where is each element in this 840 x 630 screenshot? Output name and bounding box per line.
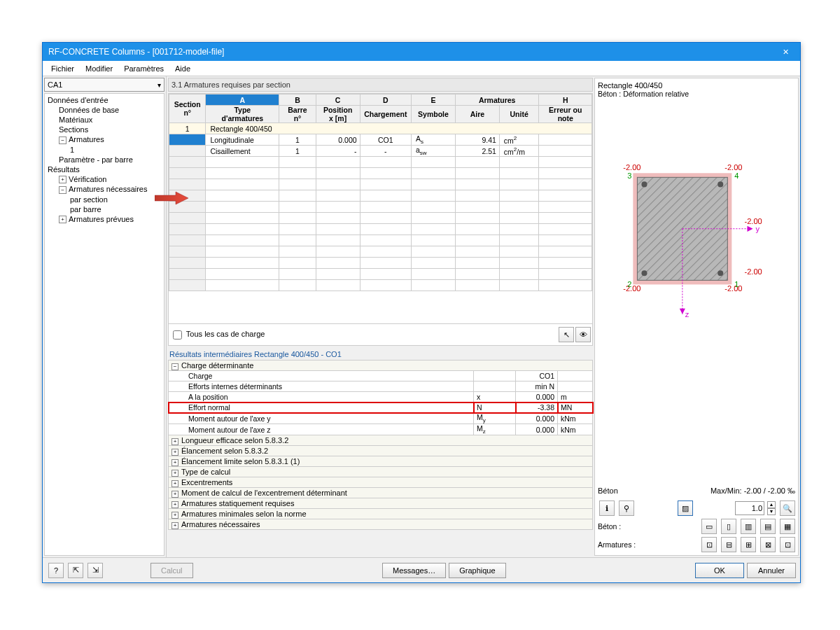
maxmin-value: Max/Min: -2.00 / -2.00 ‰ [710, 486, 795, 495]
col-B[interactable]: B [279, 94, 316, 106]
scale-spinner[interactable] [735, 501, 764, 515]
hdr-erreur: Erreur ounote [539, 106, 592, 123]
int-group-excentrements[interactable]: +Excentrements [169, 477, 593, 488]
int-group-charge[interactable]: −Charge déterminante [169, 360, 593, 371]
int-group-moment-calcul[interactable]: +Moment de calcul de l'excentrement déte… [169, 488, 593, 498]
collapse-icon[interactable]: − [59, 136, 66, 144]
arm-view-4[interactable]: ⊠ [760, 537, 776, 552]
arm-view-2[interactable]: ⊟ [721, 537, 736, 552]
help-button[interactable]: ? [48, 563, 64, 578]
col-E[interactable]: E [412, 94, 456, 106]
collapse-icon[interactable]: − [172, 363, 178, 370]
tree-armatures[interactable]: −Armatures [45, 134, 164, 145]
int-row-effort-normal[interactable]: Effort normalN-3.38MN [169, 402, 593, 413]
filter-button[interactable]: ⚲ [619, 500, 634, 516]
tree-par-section[interactable]: par section [45, 195, 164, 204]
tree-materiaux[interactable]: Matériaux [45, 115, 164, 125]
svg-text:-2.00: -2.00 [724, 163, 742, 172]
beton-view-4[interactable]: ▤ [760, 519, 776, 534]
export-button[interactable]: ⇱ [68, 563, 83, 578]
collapse-icon[interactable]: − [59, 186, 66, 194]
tree-armatures-prevues[interactable]: +Armatures prévues [45, 214, 164, 225]
tree-parametre-barre[interactable]: Paramètre - par barre [45, 155, 164, 164]
tree-heading-input: Données d'entrée [45, 95, 164, 105]
menu-fichier[interactable]: Fichier [46, 62, 80, 75]
graphique-button[interactable]: Graphique [449, 563, 505, 578]
int-group-longueur[interactable]: +Longueur efficace selon 5.8.3.2 [169, 435, 593, 446]
int-row-moment-z[interactable]: Moment autour de l'axe zMz0.000kNm [169, 424, 593, 435]
expand-icon[interactable]: + [172, 459, 178, 466]
case-select[interactable]: CA1 [44, 78, 164, 92]
tree-armatures-1[interactable]: 1 [45, 145, 164, 155]
expand-icon[interactable]: + [172, 449, 178, 456]
preview-title: Rectangle 400/450 [598, 81, 795, 90]
col-D[interactable]: D [360, 94, 411, 106]
int-group-elancement[interactable]: +Élancement selon 5.8.3.2 [169, 446, 593, 456]
col-FG[interactable]: Armatures [455, 94, 539, 106]
info-button[interactable]: ℹ [599, 500, 615, 516]
pick-button[interactable]: ↖ [559, 327, 574, 342]
beton-view-3[interactable]: ▥ [741, 519, 756, 534]
int-row-moment-y[interactable]: Moment autour de l'axe yMy0.000kNm [169, 413, 593, 424]
window-title: RF-CONCRETE Columns - [001712-model-file… [48, 47, 776, 57]
int-group-arm-nec[interactable]: +Armatures nécessaires [169, 519, 593, 530]
beton-view-1[interactable]: ▭ [701, 519, 717, 534]
annuler-button[interactable]: Annuler [747, 563, 796, 578]
close-button[interactable]: ✕ [776, 43, 794, 61]
messages-button[interactable]: Messages… [382, 563, 446, 578]
int-group-arm-stat[interactable]: +Armatures statiquement requises [169, 498, 593, 509]
grid-row-longitudinal[interactable]: Longitudinale 1 0.000 CO1 As 9.41 cm2 [169, 134, 592, 146]
expand-icon[interactable]: + [172, 438, 178, 445]
col-A[interactable]: A [206, 94, 279, 106]
visibility-button[interactable]: 👁 [575, 327, 591, 342]
calcul-button[interactable]: Calcul [150, 563, 193, 578]
expand-icon[interactable]: + [172, 491, 178, 498]
menu-aide[interactable]: Aide [169, 62, 196, 75]
spinner-down[interactable]: ▼ [767, 508, 776, 515]
results-grid[interactable]: Sectionn° A B C D E Armatures H Typed'ar… [169, 94, 592, 291]
grid-section-row[interactable]: 1Rectangle 400/450 [169, 123, 592, 134]
beton-view-2[interactable]: ▯ [721, 519, 736, 534]
beton-view-5[interactable]: ▦ [780, 519, 795, 534]
expand-icon[interactable]: + [172, 501, 178, 508]
hdr-barre: Barren° [279, 106, 316, 123]
tree-par-barre[interactable]: par barre [45, 204, 164, 214]
menu-parametres[interactable]: Paramètres [118, 62, 169, 75]
intermediate-table[interactable]: −Charge déterminante ChargeCO1 Efforts i… [168, 360, 593, 530]
grid-row-cisaillement[interactable]: Cisaillement 1 - - asw 2.51 cm2/m [169, 146, 592, 157]
checkbox-input[interactable] [173, 330, 182, 340]
col-H[interactable]: H [539, 94, 592, 106]
checkbox-label: Tous les cas de charge [186, 330, 265, 338]
int-group-type-calcul[interactable]: +Type de calcul [169, 467, 593, 477]
col-C[interactable]: C [316, 94, 360, 106]
checkbox-all-cases[interactable]: Tous les cas de charge [170, 328, 265, 342]
section-viewport[interactable]: -2.00 -2.00 -2.00 -2.00 -2.00 -2.00 3 4 … [598, 101, 795, 485]
spinner-up[interactable]: ▲ [767, 501, 776, 508]
import-button[interactable]: ⇲ [88, 563, 103, 578]
expand-icon[interactable]: + [172, 480, 178, 487]
tree-armatures-necessaires[interactable]: −Armatures nécessaires [45, 184, 164, 195]
ok-button[interactable]: OK [695, 563, 744, 578]
int-group-elancement-limite[interactable]: +Élancement limite selon 5.8.3.1 (1) [169, 456, 593, 467]
int-row-charge[interactable]: ChargeCO1 [169, 371, 593, 382]
menu-modifier[interactable]: Modifier [80, 62, 118, 75]
tree-verification[interactable]: +Vérification [45, 174, 164, 185]
int-group-arm-min[interactable]: +Armatures minimales selon la norme [169, 509, 593, 519]
expand-icon[interactable]: + [59, 176, 66, 183]
cell-barre: 1 [279, 146, 316, 157]
expand-icon[interactable]: + [172, 522, 178, 529]
section-title: 3.1 Armatures requises par section [168, 78, 593, 92]
int-row-position[interactable]: A la positionx0.000m [169, 392, 593, 402]
tree-donnees-base[interactable]: Données de base [45, 105, 164, 115]
group-label: Armatures nécessaires [181, 520, 260, 528]
zoom-button[interactable]: 🔍 [780, 500, 795, 516]
int-row-efforts[interactable]: Efforts internes déterminantsmin N [169, 382, 593, 392]
arm-view-3[interactable]: ⊞ [741, 537, 756, 552]
arm-view-1[interactable]: ⊡ [701, 537, 717, 552]
expand-icon[interactable]: + [59, 216, 66, 223]
tree-sections[interactable]: Sections [45, 125, 164, 134]
hatch-mode-button[interactable]: ▨ [678, 500, 693, 516]
expand-icon[interactable]: + [172, 512, 178, 519]
arm-view-5[interactable]: ⊡ [780, 537, 795, 552]
expand-icon[interactable]: + [172, 470, 178, 477]
